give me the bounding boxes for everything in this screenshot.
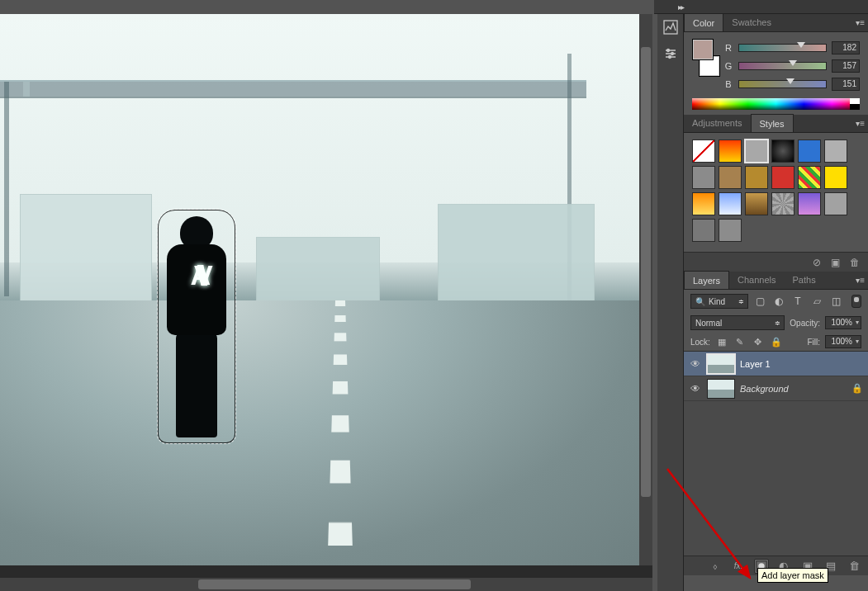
foreground-background-swatch[interactable] [692, 39, 720, 77]
canvas-horizontal-scrollbar[interactable] [0, 578, 652, 591]
lock-pixels-icon[interactable]: ✎ [733, 335, 747, 348]
slider-knob[interactable] [786, 78, 794, 84]
blue-value-field[interactable]: 151 [832, 78, 860, 91]
style-swatch[interactable] [824, 166, 847, 189]
layer-row[interactable]: 👁Layer 1 [684, 352, 868, 376]
lock-position-icon[interactable]: ✥ [752, 335, 765, 348]
slider-knob[interactable] [789, 60, 797, 66]
style-swatch[interactable] [798, 166, 821, 189]
tab-paths[interactable]: Paths [785, 271, 824, 289]
filter-adjustment-icon[interactable]: ◐ [771, 295, 786, 308]
new-style-icon[interactable]: ▣ [831, 257, 840, 268]
panel-flyout-icon[interactable]: ▾≡ [856, 276, 865, 285]
panel-collapse-bar[interactable]: ▸▸ [654, 0, 868, 14]
no-style-icon[interactable]: ⊘ [813, 257, 821, 268]
style-swatch[interactable] [719, 219, 742, 242]
style-swatch[interactable] [692, 139, 715, 163]
style-swatch[interactable] [692, 166, 715, 189]
tab-adjustments[interactable]: Adjustments [684, 114, 751, 132]
trash-icon[interactable]: 🗑 [850, 257, 860, 268]
tab-layers[interactable]: Layers [684, 271, 729, 289]
tab-channels[interactable]: Channels [729, 271, 784, 289]
layer-thumbnail[interactable] [707, 354, 735, 374]
filter-type-icon[interactable]: T [790, 295, 805, 308]
red-slider[interactable] [738, 44, 827, 52]
panel-flyout-icon[interactable]: ▾≡ [856, 119, 865, 128]
collapsed-panel-strip [657, 14, 684, 591]
delete-layer-icon[interactable]: 🗑 [847, 559, 861, 574]
style-swatch[interactable] [798, 139, 821, 163]
blend-mode-select[interactable]: Normal≑ [690, 315, 785, 330]
styles-panel-footer: ⊘ ▣ 🗑 [684, 252, 868, 272]
styles-panel-tabstrip: Adjustments Styles ▾≡ [684, 115, 868, 133]
filter-kind-select[interactable]: 🔍 Kind ≑ [690, 294, 748, 309]
layer-thumbnail[interactable] [707, 379, 735, 399]
style-swatch[interactable] [771, 166, 794, 189]
color-spectrum-ramp[interactable] [692, 98, 860, 110]
foreground-color-swatch[interactable] [692, 39, 714, 60]
filter-shape-icon[interactable]: ▱ [809, 295, 824, 308]
style-swatch[interactable] [745, 166, 768, 189]
styles-panel [684, 133, 868, 252]
scrollbar-thumb[interactable] [198, 579, 471, 589]
panel-flyout-icon[interactable]: ▾≡ [856, 18, 865, 27]
tab-swatches[interactable]: Swatches [723, 13, 780, 31]
style-swatch[interactable] [719, 166, 742, 189]
style-swatch[interactable] [824, 192, 847, 215]
fill-field[interactable]: 100% [825, 335, 861, 348]
filter-smartobj-icon[interactable]: ◫ [828, 295, 843, 308]
channel-label-b: B [723, 79, 733, 89]
tab-styles[interactable]: Styles [751, 114, 794, 132]
properties-panel-icon[interactable] [657, 40, 684, 67]
layer-list: 👁Layer 1👁Background🔒 [684, 351, 868, 556]
styles-grid [692, 139, 860, 242]
opacity-label: Opacity: [790, 319, 820, 328]
layer-row[interactable]: 👁Background🔒 [684, 376, 868, 401]
histogram-panel-icon[interactable] [657, 14, 684, 40]
canvas-building [20, 194, 152, 318]
style-swatch[interactable] [824, 139, 847, 163]
opacity-field[interactable]: 100% [825, 316, 861, 329]
layer-name[interactable]: Layer 1 [740, 359, 771, 369]
visibility-eye-icon[interactable]: 👁 [689, 358, 702, 370]
style-swatch[interactable] [692, 192, 715, 215]
layers-panel: 🔍 Kind ≑ ▢ ◐ T ▱ ◫ Normal≑ Opacity: 100%… [684, 290, 868, 575]
style-swatch[interactable] [719, 139, 742, 163]
channel-label-r: R [723, 43, 733, 53]
style-swatch[interactable] [771, 192, 794, 215]
collapse-chevron-icon[interactable]: ▸▸ [678, 2, 683, 12]
link-layers-icon[interactable]: ⬨ [708, 559, 723, 574]
style-swatch[interactable] [745, 139, 768, 163]
style-swatch[interactable] [771, 139, 794, 163]
lock-fill-row: Lock: ▦ ✎ ✥ 🔒 Fill: 100% [684, 333, 868, 351]
filter-kind-label: Kind [709, 297, 725, 306]
blend-mode-value: Normal [695, 319, 722, 328]
scrollbar-thumb[interactable] [641, 47, 651, 497]
blue-slider[interactable] [738, 80, 827, 88]
document-canvas[interactable]: A\\V [0, 14, 644, 565]
tooltip-add-layer-mask: Add layer mask [757, 568, 828, 583]
channel-label-g: G [723, 61, 733, 71]
style-swatch[interactable] [798, 192, 821, 215]
lock-all-icon[interactable]: 🔒 [770, 335, 783, 348]
visibility-eye-icon[interactable]: 👁 [689, 383, 702, 395]
style-swatch[interactable] [719, 192, 742, 215]
filter-toggle[interactable] [851, 295, 861, 308]
green-slider[interactable] [738, 62, 827, 70]
black-white-ramp[interactable] [850, 98, 860, 110]
red-value-field[interactable]: 182 [832, 41, 860, 54]
blend-opacity-row: Normal≑ Opacity: 100% [684, 313, 868, 333]
style-swatch[interactable] [692, 219, 715, 242]
layer-fx-icon[interactable]: fx. [731, 559, 746, 574]
style-swatch[interactable] [745, 192, 768, 215]
canvas-vertical-scrollbar[interactable] [639, 14, 652, 565]
canvas-gantry [0, 80, 586, 98]
canvas-area: A\\V [0, 14, 652, 591]
slider-knob[interactable] [797, 42, 805, 48]
green-value-field[interactable]: 157 [832, 59, 860, 73]
lock-transparent-icon[interactable]: ▦ [715, 335, 728, 348]
fill-label: Fill: [807, 338, 820, 347]
layer-name[interactable]: Background [740, 384, 789, 394]
filter-image-icon[interactable]: ▢ [752, 295, 767, 308]
tab-color[interactable]: Color [684, 13, 723, 31]
